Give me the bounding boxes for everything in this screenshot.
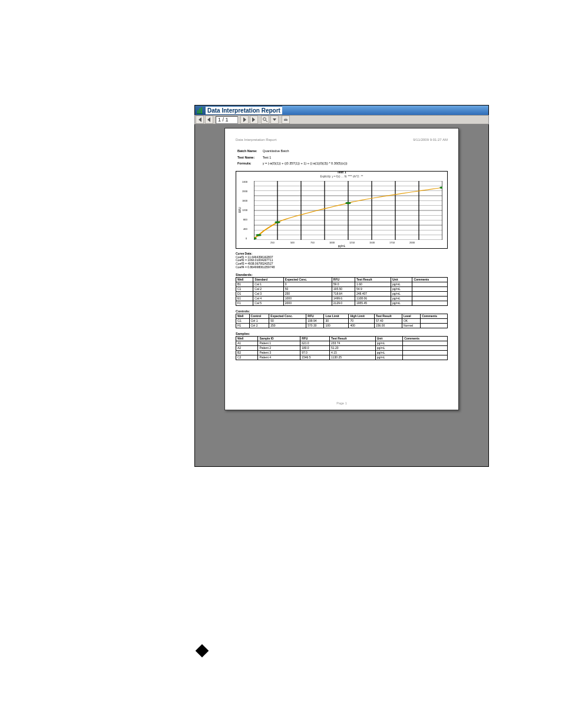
controls-table: WellControlExpected Conc.RFULow LimitHig… — [236, 314, 448, 328]
col-header: Unit — [375, 336, 402, 341]
zoom-dropdown-button[interactable] — [270, 116, 279, 124]
table-row: F1Cal 520002129.01955.45pg/mL — [236, 301, 448, 305]
svg-rect-6 — [284, 119, 287, 121]
standards-header: Standards: — [236, 273, 448, 276]
zoom-button[interactable] — [261, 116, 269, 124]
svg-point-31 — [254, 238, 256, 239]
next-page-button[interactable] — [240, 116, 249, 124]
title-bar-fill — [282, 106, 488, 115]
col-header: Test Result — [355, 277, 391, 282]
svg-rect-8 — [285, 121, 287, 122]
table-row: E1Cal 410001499.61108.06pg/mL — [236, 296, 448, 301]
col-header: Level — [402, 314, 420, 318]
col-header: Well — [236, 336, 258, 341]
svg-rect-2 — [201, 107, 202, 113]
col-header: Low Limit — [324, 314, 349, 318]
samples-table: WellSample IDRFUTest ResultUnitCommentsA… — [236, 336, 448, 360]
svg-rect-1 — [199, 108, 200, 113]
page-indicator: 1 / 1 — [216, 116, 238, 124]
last-page-button[interactable] — [250, 116, 258, 124]
table-row: C2Patient 41546.51130.25pg/mL — [236, 355, 448, 360]
report-header-right: 9/11/2009 9:01:27 AM — [413, 138, 448, 141]
table-row: H1Ctrl 2250570.30100400236.00Normal — [236, 323, 448, 328]
col-header: RFU — [306, 314, 324, 318]
col-header: Comments — [412, 277, 448, 282]
svg-line-5 — [266, 120, 267, 122]
col-header: Standard — [253, 277, 283, 282]
curve-coefficients: Curve Data: Coeff1 = 11.6464396162807 Co… — [236, 252, 448, 269]
print-button[interactable] — [282, 116, 290, 124]
first-page-button[interactable] — [196, 116, 204, 124]
preview-area[interactable]: Data Interpretation Report 9/11/2009 9:0… — [194, 124, 489, 467]
col-header: Comments — [403, 336, 448, 341]
col-header: Test Result — [330, 336, 376, 341]
svg-point-32 — [256, 234, 262, 236]
table-row: A2Patient 2180.051.20pg/mL — [236, 345, 448, 350]
col-header: High Limit — [349, 314, 375, 318]
svg-point-4 — [263, 118, 266, 121]
app-icon — [197, 107, 204, 114]
svg-rect-0 — [197, 110, 199, 113]
col-header: Comments — [421, 314, 448, 318]
toolbar: 1 / 1 — [194, 115, 489, 124]
col-header: Expected Conc. — [269, 314, 306, 318]
col-header: Test Result — [375, 314, 402, 318]
chart-title: Test 1 — [236, 170, 447, 174]
col-header: Well — [236, 277, 253, 282]
window-title: Data Interpretation Report — [206, 107, 282, 114]
svg-point-34 — [346, 202, 351, 204]
svg-rect-3 — [197, 113, 203, 114]
col-header: Control — [249, 314, 269, 318]
samples-header: Samples: — [236, 332, 448, 335]
table-row: C1Cal 250195.5054.9pg/mL — [236, 286, 448, 291]
chart-subtitle: Explicitly: y = f(x) … fit: **** chi^2 :… — [236, 175, 447, 178]
bullet-diamond-icon — [196, 644, 209, 658]
standards-table: WellStandardExpected Conc.RFUTest Result… — [236, 277, 448, 306]
col-header: Sample ID — [258, 336, 300, 341]
report-page: Data Interpretation Report 9/11/2009 9:0… — [224, 128, 459, 410]
title-bar[interactable]: Data Interpretation Report — [194, 105, 489, 115]
col-header: Unit — [391, 277, 412, 282]
table-row: G1Ctrl 150199.94307057.40OK — [236, 318, 448, 323]
col-header: RFU — [300, 336, 330, 341]
prev-page-button[interactable] — [205, 116, 213, 124]
chart-xlabel: pg/mL — [236, 245, 447, 248]
svg-point-33 — [275, 221, 280, 223]
col-header: RFU — [332, 277, 355, 282]
report-meta: Batch Name:Quantitative Batch Test Name:… — [236, 147, 352, 167]
calibration-chart: Test 1 Explicitly: y = f(x) … fit: **** … — [236, 171, 448, 249]
col-header: Well — [236, 314, 250, 318]
controls-header: Controls: — [236, 309, 448, 313]
table-row: B2Patient 397.04.15pg/mL — [236, 350, 448, 355]
chart-plot — [254, 181, 442, 240]
report-header-left: Data Interpretation Report — [236, 138, 276, 141]
svg-point-35 — [440, 187, 442, 189]
table-row: A1Patient 1621.0233.74pg/mL — [236, 341, 448, 345]
table-row: B1Cal 1059.01.60pg/mL — [236, 282, 448, 286]
page-footer: Page 1 — [236, 401, 448, 405]
table-row: D1Cal 3250718.64248.407pg/mL — [236, 291, 448, 296]
col-header: Expected Conc. — [283, 277, 332, 282]
chart-ylabel: RFU — [239, 207, 242, 212]
svg-rect-7 — [285, 118, 287, 119]
report-window: Data Interpretation Report 1 / 1 Data In… — [194, 105, 489, 467]
